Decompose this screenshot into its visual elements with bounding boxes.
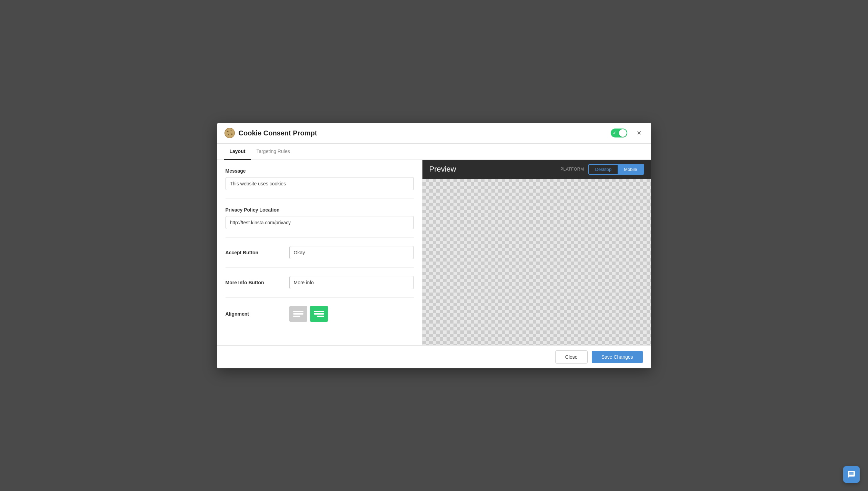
- align-right-button[interactable]: [310, 306, 328, 322]
- tab-layout[interactable]: Layout: [224, 144, 251, 160]
- accept-label: Accept Button: [226, 250, 289, 255]
- platform-section: PLATFORM Desktop Mobile: [560, 164, 644, 175]
- divider-1: [226, 198, 414, 199]
- close-icon[interactable]: ×: [634, 128, 644, 138]
- tab-bar: Layout Targeting Rules: [217, 144, 651, 160]
- message-field-group: Message: [226, 168, 414, 190]
- modal-container: Cookie Consent Prompt ✓ × Layout Targeti…: [217, 123, 651, 368]
- preview-panel: Preview PLATFORM Desktop Mobile: [422, 160, 651, 345]
- privacy-label: Privacy Policy Location: [226, 207, 414, 213]
- alignment-group: Alignment: [226, 306, 414, 322]
- mobile-button[interactable]: Mobile: [618, 165, 643, 174]
- modal-footer: Close Save Changes: [217, 345, 651, 368]
- chat-icon: [847, 470, 856, 479]
- preview-header: Preview PLATFORM Desktop Mobile: [422, 160, 651, 179]
- close-button[interactable]: Close: [555, 350, 588, 364]
- more-info-label: More Info Button: [226, 280, 289, 285]
- svg-point-1: [227, 131, 228, 132]
- more-info-input[interactable]: [289, 276, 414, 289]
- accept-button-group: Accept Button: [226, 246, 414, 268]
- accept-input[interactable]: [289, 246, 414, 259]
- message-label: Message: [226, 168, 414, 174]
- preview-canvas: [422, 179, 651, 345]
- svg-point-4: [228, 134, 229, 135]
- privacy-field-group: Privacy Policy Location: [226, 207, 414, 229]
- left-panel: Message Privacy Policy Location Accept B…: [217, 160, 422, 345]
- tab-targeting-rules[interactable]: Targeting Rules: [251, 144, 295, 160]
- modal-content: Message Privacy Policy Location Accept B…: [217, 160, 651, 345]
- svg-point-2: [230, 130, 231, 131]
- platform-label: PLATFORM: [560, 167, 584, 172]
- divider-2: [226, 237, 414, 238]
- chat-widget[interactable]: [843, 466, 860, 483]
- platform-buttons: Desktop Mobile: [588, 164, 644, 175]
- more-info-button-group: More Info Button: [226, 276, 414, 298]
- svg-point-0: [225, 128, 235, 138]
- save-changes-button[interactable]: Save Changes: [592, 351, 643, 363]
- alignment-label: Alignment: [226, 311, 289, 317]
- preview-title: Preview: [429, 165, 456, 174]
- desktop-button[interactable]: Desktop: [589, 165, 618, 174]
- svg-point-5: [230, 133, 230, 133]
- svg-point-3: [231, 133, 232, 135]
- message-input[interactable]: [226, 177, 414, 190]
- cookie-icon: [224, 127, 235, 139]
- align-left-button[interactable]: [289, 306, 307, 322]
- enable-toggle[interactable]: ✓: [611, 129, 627, 137]
- privacy-input[interactable]: [226, 216, 414, 229]
- alignment-options: [289, 306, 328, 322]
- modal-title: Cookie Consent Prompt: [239, 129, 611, 137]
- modal-header: Cookie Consent Prompt ✓ ×: [217, 123, 651, 144]
